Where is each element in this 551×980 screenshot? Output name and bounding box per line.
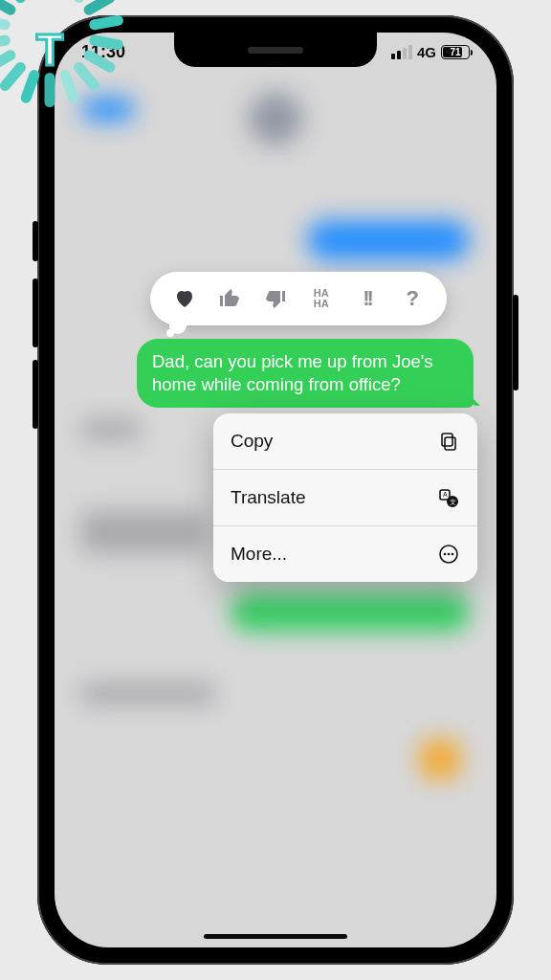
- svg-point-9: [452, 553, 454, 556]
- network-label: 4G: [417, 44, 436, 60]
- notch: [174, 33, 377, 67]
- speaker-grille: [248, 47, 303, 54]
- tapback-haha-icon[interactable]: HAHA: [306, 288, 337, 309]
- volume-down-button: [33, 360, 38, 429]
- svg-rect-1: [442, 434, 452, 446]
- menu-label: Translate: [231, 487, 306, 508]
- battery-icon: 71: [441, 45, 470, 59]
- translate-icon: A文: [437, 486, 460, 509]
- more-icon: [437, 543, 460, 566]
- tapback-exclaim-icon[interactable]: !!: [351, 286, 382, 311]
- mute-switch: [33, 221, 38, 261]
- svg-text:A: A: [443, 491, 448, 498]
- message-text: Dad, can you pick me up from Joe's home …: [152, 351, 433, 394]
- tapback-thumbs-down-icon[interactable]: [260, 287, 291, 310]
- svg-text:文: 文: [450, 499, 456, 505]
- context-menu: Copy Translate A文 More...: [213, 413, 477, 582]
- menu-item-translate[interactable]: Translate A文: [213, 470, 477, 526]
- menu-label: Copy: [231, 431, 273, 452]
- menu-item-more[interactable]: More...: [213, 526, 477, 582]
- svg-rect-0: [445, 437, 455, 450]
- watermark-letter: T: [36, 24, 63, 76]
- volume-up-button: [33, 278, 38, 347]
- svg-point-7: [444, 553, 447, 556]
- copy-icon: [437, 430, 460, 453]
- tapback-thumbs-up-icon[interactable]: [214, 287, 245, 310]
- menu-item-copy[interactable]: Copy: [213, 413, 477, 470]
- svg-point-8: [448, 553, 451, 556]
- phone-frame: 11:30 4G 71: [37, 15, 514, 965]
- battery-percent: 71: [450, 47, 460, 57]
- home-indicator[interactable]: [204, 934, 347, 939]
- screen: 11:30 4G 71: [55, 33, 496, 947]
- watermark-badge: T: [0, 0, 117, 117]
- tapback-bar: HAHA !! ?: [150, 272, 447, 325]
- menu-label: More...: [231, 544, 287, 565]
- power-button: [513, 295, 518, 390]
- signal-icon: [391, 45, 412, 59]
- selected-message-bubble[interactable]: Dad, can you pick me up from Joe's home …: [137, 339, 474, 408]
- tapback-heart-icon[interactable]: [169, 287, 200, 310]
- tapback-question-icon[interactable]: ?: [397, 286, 428, 311]
